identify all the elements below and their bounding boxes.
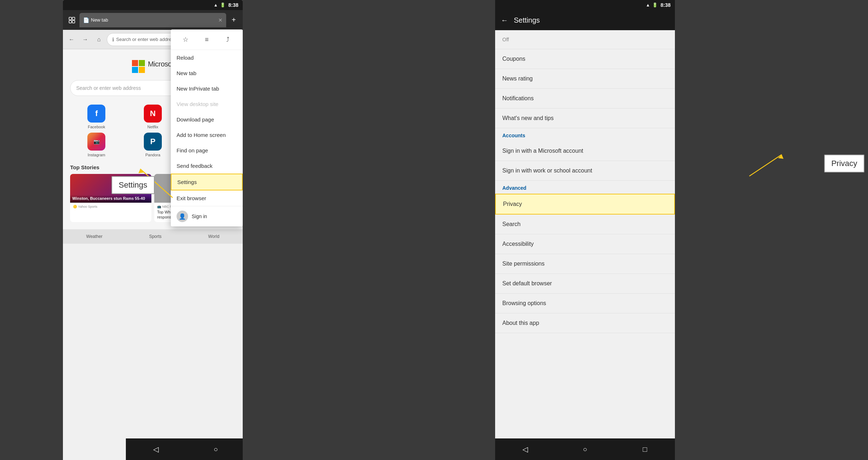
dropdown-new-tab[interactable]: New tab	[171, 65, 243, 81]
coupons-label: Coupons	[502, 56, 525, 62]
settings-home-nav-btn[interactable]: ○	[578, 442, 592, 456]
facebook-icon: f	[87, 105, 105, 123]
privacy-arrow-svg	[731, 151, 803, 180]
dropdown-menu: ☆ ≡ ⤴ Reload New tab New InPrivate tab V…	[171, 29, 243, 226]
settings-item-default-browser[interactable]: Set default browser	[495, 274, 675, 294]
browser-bottom-tabs: Weather Sports World	[63, 229, 243, 244]
settings-callout: Settings	[111, 176, 155, 194]
settings-item-signin-work[interactable]: Sign in with work or school account	[495, 161, 675, 181]
dropdown-add-home[interactable]: Add to Home screen	[171, 127, 243, 143]
dropdown-settings[interactable]: Settings	[171, 174, 243, 190]
settings-item-privacy[interactable]: Privacy	[495, 194, 675, 215]
info-icon: ℹ	[112, 37, 114, 42]
settings-item-whats-new[interactable]: What's new and tips	[495, 109, 675, 128]
home-nav-btn[interactable]: ○	[209, 442, 223, 456]
address-text: Search or enter web address	[116, 37, 176, 42]
dropdown-new-inprivate[interactable]: New InPrivate tab	[171, 81, 243, 96]
settings-item-coupons[interactable]: Coupons	[495, 49, 675, 69]
settings-item-site-permissions[interactable]: Site permissions	[495, 254, 675, 274]
new-inprivate-label: New InPrivate tab	[177, 86, 219, 92]
netflix-icon: N	[144, 105, 162, 123]
settings-callout-text: Settings	[119, 180, 147, 189]
dropdown-download[interactable]: Download page	[171, 112, 243, 127]
home-button[interactable]: ⌂	[93, 34, 105, 45]
settings-time: 8:38	[661, 2, 671, 8]
feedback-label: Send feedback	[177, 163, 213, 169]
tab-bar: 📄 New tab ✕ +	[63, 10, 243, 30]
add-home-label: Add to Home screen	[177, 132, 226, 138]
svg-line-6	[749, 155, 782, 176]
download-label: Download page	[177, 116, 214, 123]
settings-item-signin-microsoft[interactable]: Sign in with a Microsoft account	[495, 141, 675, 161]
settings-window: ▲ 🔋 8:38 ← Settings Off Coupons News rat…	[495, 0, 675, 460]
dropdown-find[interactable]: Find on page	[171, 143, 243, 158]
dropdown-readinglist-btn[interactable]: ≡	[200, 33, 213, 46]
settings-item-news-rating[interactable]: News rating	[495, 69, 675, 89]
privacy-callout: Privacy	[824, 155, 864, 172]
settings-nav-bottom: ◁ ○ □	[495, 438, 675, 460]
signin-work-label: Sign in with work or school account	[502, 167, 592, 174]
dropdown-favorite-btn[interactable]: ☆	[179, 33, 192, 46]
site-facebook[interactable]: f Facebook	[70, 105, 123, 129]
tab-close-button[interactable]: ✕	[218, 17, 223, 23]
news-rating-label: News rating	[502, 75, 533, 82]
settings-off-label: Off	[502, 37, 509, 42]
settings-back-button[interactable]: ←	[501, 16, 508, 24]
settings-status-bar: ▲ 🔋 8:38	[495, 0, 675, 10]
wifi-icon: ▲	[214, 3, 218, 8]
settings-section-accounts: Accounts	[495, 128, 675, 141]
whats-new-label: What's new and tips	[502, 115, 554, 121]
ms-logo-grid	[132, 60, 145, 73]
settings-item-search[interactable]: Search	[495, 215, 675, 234]
netflix-label: Netflix	[147, 125, 159, 129]
back-nav-btn[interactable]: ◁	[149, 442, 163, 456]
dropdown-exit[interactable]: Exit browser	[171, 190, 243, 206]
tab-sports[interactable]: Sports	[149, 234, 162, 239]
tab-weather[interactable]: Weather	[86, 234, 102, 239]
status-time: 8:38	[228, 2, 238, 8]
settings-item-off: Off	[495, 30, 675, 49]
tab-favicon: 📄	[83, 17, 89, 23]
settings-wifi-icon: ▲	[646, 3, 650, 8]
dropdown-feedback[interactable]: Send feedback	[171, 158, 243, 174]
settings-recent-nav-btn[interactable]: □	[638, 442, 652, 456]
settings-item-notifications[interactable]: Notifications	[495, 89, 675, 109]
back-button[interactable]: ←	[66, 34, 77, 45]
site-instagram[interactable]: 📷 Instagram	[70, 133, 123, 157]
dropdown-sign-in[interactable]: 👤 Sign in	[171, 206, 243, 226]
exit-label: Exit browser	[177, 195, 206, 201]
ms-logo-orange	[132, 60, 138, 66]
signin-microsoft-label: Sign in with a Microsoft account	[502, 148, 583, 154]
dropdown-view-desktop[interactable]: View desktop site	[171, 96, 243, 112]
dropdown-icons-row: ☆ ≡ ⤴	[171, 29, 243, 50]
ms-logo-text: Microsof	[148, 60, 174, 73]
settings-item-browsing-options[interactable]: Browsing options	[495, 294, 675, 313]
browser-nav-bottom: ◁ ○ □	[126, 438, 243, 460]
new-tab-button[interactable]: +	[228, 14, 240, 26]
search-label: Search	[502, 221, 521, 227]
sign-in-label: Sign in	[192, 213, 207, 219]
settings-battery-icon: 🔋	[652, 3, 658, 8]
forward-button[interactable]: →	[79, 34, 91, 45]
settings-item-about[interactable]: About this app	[495, 313, 675, 333]
dropdown-reload[interactable]: Reload	[171, 50, 243, 65]
settings-list: Off Coupons News rating Notifications Wh…	[495, 30, 675, 438]
accessibility-label: Accessibility	[502, 241, 534, 247]
accounts-label: Accounts	[502, 133, 525, 138]
settings-label: Settings	[177, 179, 197, 185]
svg-rect-0	[69, 17, 72, 20]
privacy-callout-text: Privacy	[831, 159, 857, 168]
browsing-options-label: Browsing options	[502, 300, 546, 306]
tab-world[interactable]: World	[208, 234, 219, 239]
browser-window: ▲ 🔋 8:38 📄 New tab ✕ +	[63, 0, 243, 460]
dropdown-share-btn[interactable]: ⤴	[221, 33, 234, 46]
settings-back-nav-btn[interactable]: ◁	[518, 442, 532, 456]
active-tab[interactable]: 📄 New tab ✕	[79, 13, 226, 27]
settings-item-accessibility[interactable]: Accessibility	[495, 234, 675, 254]
battery-icon: 🔋	[220, 3, 225, 8]
settings-callout-box: Settings	[111, 176, 155, 194]
svg-marker-7	[778, 155, 784, 159]
tab-grid-button[interactable]	[66, 14, 78, 26]
settings-title: Settings	[514, 16, 540, 24]
svg-rect-1	[72, 17, 75, 20]
